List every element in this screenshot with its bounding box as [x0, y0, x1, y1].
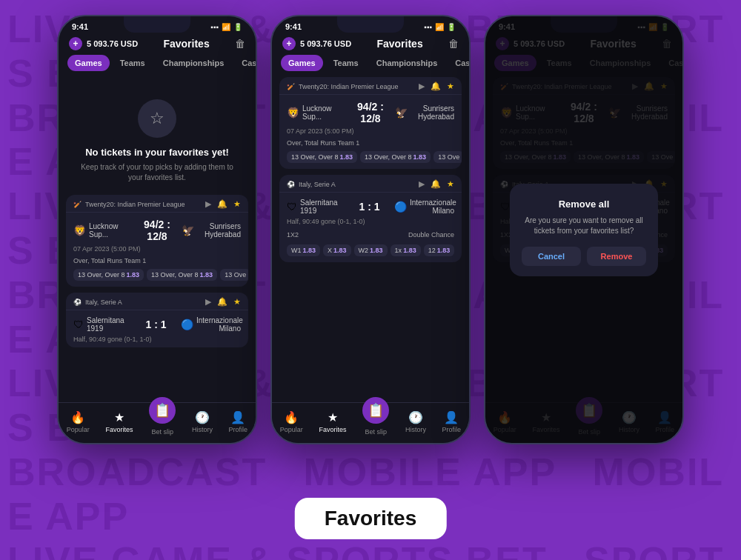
- nav-favorites-1[interactable]: ★ Favorites: [106, 410, 133, 433]
- nav-profile-label-1: Profile: [229, 426, 248, 433]
- bet-pill-3[interactable]: 13 Ove: [220, 269, 248, 281]
- nav-betslip-2[interactable]: 📋 Bet slip: [362, 407, 389, 436]
- status-icons-2: ▪▪▪ 📶 🔋: [424, 23, 456, 31]
- phones-container: 9:41 ▪▪▪ 📶 🔋 + 5 093.76 USD Favorites 🗑 …: [0, 0, 741, 560]
- content-2: 🏏 Twenty20: Indian Premier League ▶ 🔔 ★ …: [272, 77, 469, 402]
- bet-x[interactable]: X 1.83: [323, 244, 351, 256]
- nav-profile-2[interactable]: 👤 Profile: [442, 410, 462, 433]
- bell-icon-4[interactable]: 🔔: [431, 179, 441, 189]
- battery-icon: 🔋: [233, 23, 242, 31]
- bet-12[interactable]: 12 1.83: [424, 244, 455, 256]
- match-card-3: 🏏 Twenty20: Indian Premier League ▶ 🔔 ★ …: [279, 77, 462, 169]
- tab-casino-1[interactable]: Casino: [234, 55, 256, 71]
- bell-icon-2[interactable]: 🔔: [217, 297, 227, 307]
- league-name-3: Twenty20: Indian Premier League: [299, 83, 399, 90]
- nav-popular-1[interactable]: 🔥 Popular: [67, 410, 90, 433]
- match-teams-2: 🛡 Salernitana 1919 1 : 1 🔵 Internazional…: [66, 310, 248, 336]
- match-teams-4: 🛡 Salernitana 1919 1 : 1 🔵 Internazional…: [279, 193, 462, 218]
- add-funds-button-2[interactable]: +: [282, 37, 296, 50]
- league-info-4: ⚽ Italy, Serie A: [287, 181, 336, 188]
- bet-row-3: 13 Over, Over 8 1.83 13 Over, Over 8 1.8…: [279, 148, 462, 169]
- play-icon-1[interactable]: ▶: [205, 199, 211, 209]
- betslip-button-1[interactable]: 📋: [149, 397, 176, 424]
- status-icons-1: ▪▪▪ 📶 🔋: [210, 23, 242, 31]
- balance-area-2: + 5 093.76 USD: [282, 37, 351, 50]
- team2-logo-2: 🔵: [181, 319, 193, 330]
- phone-filled: 9:41 ▪▪▪ 📶 🔋 + 5 093.76 USD Favorites 🗑 …: [270, 15, 471, 444]
- match-actions-1: ▶ 🔔 ★: [205, 199, 241, 209]
- betslip-icon-2: 📋: [368, 402, 384, 419]
- bet-pill-3a[interactable]: 13 Over, Over 8 1.83: [287, 151, 357, 163]
- soccer-icon-2: ⚽: [287, 181, 295, 188]
- betslip-button-2[interactable]: 📋: [362, 397, 389, 424]
- team1-name-3: Lucknow Sup...: [302, 104, 346, 121]
- team2-name-4: Internazionale Milano: [410, 199, 454, 215]
- dialog-desc: Are you sure you want to remove all tick…: [522, 216, 646, 236]
- bet-pill-2[interactable]: 13 Over, Over 8 1.83: [147, 269, 217, 281]
- bet-pill-1[interactable]: 13 Over, Over 8 1.83: [73, 269, 144, 281]
- match-actions-3: ▶ 🔔 ★: [419, 81, 454, 91]
- tabs-row-1: Games Teams Championships Casino: [59, 55, 256, 77]
- star-icon-1[interactable]: ★: [233, 199, 241, 209]
- balance-area-1: + 5 093.76 USD: [69, 37, 138, 50]
- play-icon-3[interactable]: ▶: [419, 81, 425, 91]
- bet-pill-3b[interactable]: 13 Over, Over 8 1.83: [360, 151, 431, 163]
- bet-label-dc: Double Chance: [408, 231, 454, 239]
- tab-teams-1[interactable]: Teams: [113, 55, 153, 71]
- tab-teams-2[interactable]: Teams: [326, 55, 366, 71]
- dialog-remove-button[interactable]: Remove: [587, 247, 646, 266]
- add-funds-button-1[interactable]: +: [69, 37, 82, 50]
- trash-button-1[interactable]: 🗑: [235, 38, 245, 50]
- bell-icon-3[interactable]: 🔔: [431, 81, 441, 91]
- bell-icon-1[interactable]: 🔔: [217, 199, 227, 209]
- team2-name-1: Sunrisers Hyderabad: [197, 222, 241, 239]
- match-header-2: ⚽ Italy, Serie A ▶ 🔔 ★: [66, 293, 248, 310]
- play-icon-4[interactable]: ▶: [419, 179, 425, 189]
- bet-pill-3c[interactable]: 13 Ove: [433, 151, 462, 163]
- nav-favorites-2[interactable]: ★ Favorites: [319, 410, 347, 433]
- play-icon-2[interactable]: ▶: [205, 297, 211, 307]
- team2-logo-4: 🔵: [394, 201, 407, 213]
- bottom-nav-1: 🔥 Popular ★ Favorites 📋 Bet slip 🕐 Histo…: [59, 402, 256, 443]
- phone-empty: 9:41 ▪▪▪ 📶 🔋 + 5 093.76 USD Favorites 🗑 …: [57, 15, 257, 444]
- page-title-bar: Favorites: [295, 498, 447, 539]
- empty-desc: Keep track of your top picks by adding t…: [73, 162, 241, 183]
- team2-block-2: 🔵 Internazionale Milano: [181, 316, 241, 333]
- bet-section-label-3: Over, Total Runs Team 1: [279, 139, 462, 147]
- trash-button-2[interactable]: 🗑: [448, 38, 459, 50]
- match-actions-4: ▶ 🔔 ★: [419, 179, 454, 189]
- nav-history-2[interactable]: 🕐 History: [405, 410, 426, 433]
- team1-name-2: Salernitana 1919: [87, 316, 131, 333]
- screen-3: 9:41 ▪▪▪ 📶 🔋 + 5 093.76 USD Favorites 🗑: [485, 16, 682, 443]
- wifi-icon: 📶: [222, 23, 230, 31]
- betslip-icon-1: 📋: [154, 402, 170, 419]
- match-card-1: 🏏 Twenty20: Indian Premier League ▶ 🔔 ★ …: [66, 195, 248, 287]
- nav-profile-1[interactable]: 👤 Profile: [229, 410, 248, 433]
- tab-games-1[interactable]: Games: [67, 55, 110, 71]
- empty-title: No tickets in your favorites yet!: [85, 147, 229, 158]
- nav-popular-2[interactable]: 🔥 Popular: [280, 410, 303, 433]
- page-title: Favorites: [325, 507, 417, 530]
- bet-1x[interactable]: 1x 1.83: [391, 244, 421, 256]
- dialog-cancel-button[interactable]: Cancel: [522, 247, 581, 266]
- star-icon-3[interactable]: ★: [447, 81, 454, 91]
- signal-icon: ▪▪▪: [210, 23, 219, 31]
- nav-favorites-label-2: Favorites: [319, 426, 347, 433]
- tab-championships-2[interactable]: Championships: [369, 55, 445, 71]
- league-info-3: 🏏 Twenty20: Indian Premier League: [287, 83, 399, 90]
- tab-casino-2[interactable]: Casino: [448, 55, 469, 71]
- star-icon-4[interactable]: ★: [447, 179, 454, 189]
- fire-icon-2: 🔥: [284, 410, 299, 424]
- bet-w2[interactable]: W2 1.83: [354, 244, 388, 256]
- nav-history-1[interactable]: 🕐 History: [192, 410, 213, 433]
- nav-betslip-1[interactable]: 📋 Bet slip: [149, 407, 176, 436]
- tab-championships-1[interactable]: Championships: [156, 55, 232, 71]
- team2-block-1: 🦅 Sunrisers Hyderabad: [182, 222, 241, 239]
- league-name-1: Twenty20: Indian Premier League: [85, 201, 185, 208]
- tab-games-2[interactable]: Games: [281, 55, 323, 71]
- bet-w1[interactable]: W1 1.83: [287, 244, 320, 256]
- star-icon-2[interactable]: ★: [233, 297, 241, 307]
- score-1: 94/2 : 12/8: [133, 219, 182, 242]
- nav-popular-label-2: Popular: [280, 426, 303, 433]
- empty-star-icon: ☆: [138, 99, 176, 138]
